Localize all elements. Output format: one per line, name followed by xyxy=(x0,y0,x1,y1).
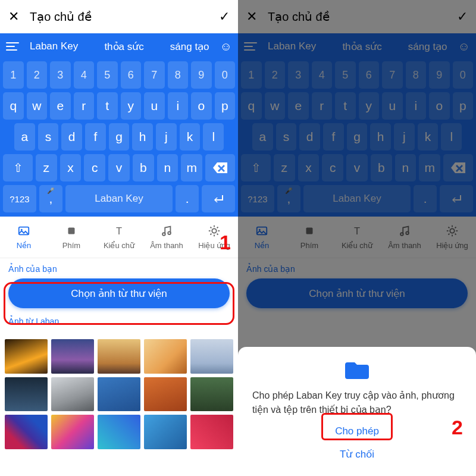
key[interactable]: 0 xyxy=(453,61,474,89)
spacebar[interactable]: Laban Key xyxy=(65,185,173,212)
key[interactable]: v xyxy=(108,154,130,181)
key[interactable]: k xyxy=(180,123,201,151)
key[interactable]: q xyxy=(3,92,24,120)
key[interactable]: b xyxy=(371,154,392,181)
wallpaper-thumbnail[interactable] xyxy=(98,377,140,412)
spacebar[interactable]: Laban Key xyxy=(303,185,411,212)
key[interactable]: p xyxy=(215,92,236,120)
pick-from-library-button[interactable]: Chọn ảnh từ thư viện xyxy=(8,278,230,308)
tab-hiệu ứng[interactable]: Hiệu ứng xyxy=(428,217,476,258)
key[interactable]: h xyxy=(370,123,391,151)
key[interactable]: 8 xyxy=(406,61,427,89)
tab-nền[interactable]: Nền xyxy=(238,217,286,258)
key[interactable]: a xyxy=(14,123,35,151)
wallpaper-thumbnail[interactable] xyxy=(51,377,94,412)
key[interactable]: 9 xyxy=(191,61,212,89)
suggestion-word[interactable]: Laban Key xyxy=(268,40,316,52)
tab-kiểu chữ[interactable]: TKiểu chữ xyxy=(333,217,381,258)
allow-button[interactable]: Cho phép xyxy=(335,417,379,443)
suggestion-word[interactable]: thỏa sức xyxy=(104,40,143,53)
key[interactable]: s xyxy=(276,123,297,151)
comma-key[interactable]: 🎤, xyxy=(39,185,62,212)
pick-from-library-button[interactable]: Chọn ảnh từ thư viện xyxy=(246,278,468,308)
key[interactable]: d xyxy=(61,123,82,151)
key[interactable]: r xyxy=(74,92,95,120)
menu-icon[interactable] xyxy=(244,42,257,51)
key[interactable]: p xyxy=(453,92,474,120)
emoji-icon[interactable]: ☺ xyxy=(220,40,232,54)
key[interactable]: 6 xyxy=(359,61,380,89)
key[interactable]: x xyxy=(298,154,320,181)
key[interactable]: c xyxy=(322,154,343,181)
suggestion-word[interactable]: Laban Key xyxy=(30,40,78,52)
key[interactable]: q xyxy=(241,92,262,120)
close-icon[interactable]: ✕ xyxy=(246,9,257,24)
key[interactable]: 3 xyxy=(50,61,71,89)
key[interactable]: z xyxy=(274,154,295,181)
wallpaper-thumbnail[interactable] xyxy=(5,415,48,449)
key[interactable]: u xyxy=(382,92,403,120)
tab-nền[interactable]: Nền xyxy=(0,217,48,258)
period-key[interactable]: . xyxy=(414,185,437,212)
key[interactable]: j xyxy=(156,123,177,151)
key[interactable]: c xyxy=(84,154,105,181)
key[interactable]: 9 xyxy=(429,61,450,89)
key[interactable]: 4 xyxy=(74,61,95,89)
key[interactable]: w xyxy=(27,92,48,120)
wallpaper-thumbnail[interactable] xyxy=(51,339,94,374)
key[interactable]: i xyxy=(406,92,427,120)
key[interactable]: 7 xyxy=(144,61,165,89)
wallpaper-thumbnail[interactable] xyxy=(98,415,140,449)
key[interactable]: m xyxy=(419,154,440,181)
key[interactable]: l xyxy=(441,123,462,151)
close-icon[interactable]: ✕ xyxy=(8,9,19,24)
key[interactable]: n xyxy=(157,154,178,181)
key[interactable]: 3 xyxy=(288,61,309,89)
key[interactable]: b xyxy=(133,154,154,181)
emoji-icon[interactable]: ☺ xyxy=(458,40,470,54)
enter-key[interactable] xyxy=(440,185,473,212)
key[interactable]: 4 xyxy=(312,61,333,89)
key[interactable]: 1 xyxy=(3,61,24,89)
suggestion-word[interactable]: thỏa sức xyxy=(342,40,381,53)
key[interactable]: 5 xyxy=(335,61,356,89)
key[interactable]: 6 xyxy=(121,61,142,89)
suggestion-word[interactable]: sáng tạo xyxy=(170,40,209,53)
symbols-key[interactable]: ?123 xyxy=(3,185,36,212)
key[interactable]: 2 xyxy=(265,61,286,89)
wallpaper-thumbnail[interactable] xyxy=(190,415,233,449)
key[interactable]: i xyxy=(168,92,189,120)
key[interactable]: t xyxy=(335,92,356,120)
key[interactable]: d xyxy=(299,123,320,151)
key[interactable]: x xyxy=(60,154,82,181)
confirm-icon[interactable]: ✓ xyxy=(457,9,468,24)
suggestion-word[interactable]: sáng tạo xyxy=(408,40,447,53)
period-key[interactable]: . xyxy=(176,185,199,212)
wallpaper-thumbnail[interactable] xyxy=(144,377,187,412)
tab-âm thanh[interactable]: Âm thanh xyxy=(143,217,190,258)
symbols-key[interactable]: ?123 xyxy=(241,185,274,212)
key[interactable]: h xyxy=(132,123,153,151)
key[interactable]: a xyxy=(252,123,273,151)
key[interactable]: f xyxy=(323,123,344,151)
key[interactable]: r xyxy=(312,92,333,120)
wallpaper-thumbnail[interactable] xyxy=(190,339,233,374)
key[interactable]: o xyxy=(191,92,212,120)
key[interactable]: e xyxy=(288,92,309,120)
enter-key[interactable] xyxy=(202,185,235,212)
shift-key[interactable]: ⇧ xyxy=(241,154,271,181)
wallpaper-thumbnail[interactable] xyxy=(144,339,187,374)
key[interactable]: 2 xyxy=(27,61,48,89)
key[interactable]: y xyxy=(359,92,380,120)
key[interactable]: 1 xyxy=(241,61,262,89)
tab-âm thanh[interactable]: Âm thanh xyxy=(381,217,428,258)
menu-icon[interactable] xyxy=(6,42,19,51)
key[interactable]: 7 xyxy=(382,61,403,89)
key[interactable]: z xyxy=(36,154,57,181)
key[interactable]: g xyxy=(109,123,130,151)
wallpaper-thumbnail[interactable] xyxy=(5,377,48,412)
key[interactable]: k xyxy=(418,123,439,151)
key[interactable]: y xyxy=(121,92,142,120)
key[interactable]: 8 xyxy=(168,61,189,89)
tab-phím[interactable]: Phím xyxy=(48,217,95,258)
